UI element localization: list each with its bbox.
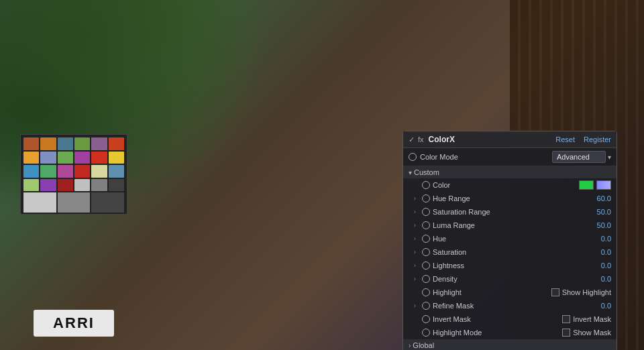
sat-range-expand[interactable]: › (414, 209, 419, 215)
invert-mask-container: Invert Mask (562, 315, 611, 323)
show-mask-container: Show Mask (562, 329, 611, 337)
sat-expand[interactable]: › (414, 249, 419, 255)
luma-range-label: Luma Range (433, 221, 475, 229)
global-section-header[interactable]: › Global (403, 339, 616, 350)
hue-expand[interactable]: › (414, 235, 419, 242)
density-name: Density (422, 275, 588, 283)
highlight-name: Highlight (422, 288, 551, 296)
highlight-mode-label: Highlight Mode (433, 329, 482, 337)
luma-range-name: Luma Range (422, 221, 588, 229)
reset-button[interactable]: Reset (555, 135, 575, 143)
lightness-value[interactable]: 0.0 (588, 261, 611, 270)
refine-mask-icon (422, 302, 430, 310)
color-label: Color (433, 181, 450, 189)
param-row-saturation: › Saturation 0.0 (403, 245, 616, 259)
show-highlight-checkbox[interactable] (551, 288, 559, 296)
register-button[interactable]: Register (584, 135, 611, 143)
lightness-name: Lightness (422, 261, 588, 270)
show-highlight-label: Show Highlight (562, 288, 611, 296)
density-icon (422, 275, 430, 283)
arri-logo-text: ARRI (53, 314, 95, 332)
luma-range-expand[interactable]: › (414, 222, 419, 229)
hue-range-icon (422, 194, 430, 202)
hue-range-label: Hue Range (433, 194, 470, 202)
refine-mask-label: Refine Mask (433, 302, 474, 310)
custom-section-label: Custom (414, 168, 439, 176)
invert-mask-checkbox[interactable] (562, 315, 570, 323)
param-row-highlight-mode: Highlight Mode Show Mask (403, 326, 616, 339)
sat-value[interactable]: 0.0 (588, 248, 611, 256)
param-row-invert-mask: Invert Mask Invert Mask (403, 312, 616, 326)
color-swatch-blue[interactable] (596, 180, 611, 190)
dropdown-arrow-icon: ▾ (608, 154, 611, 161)
param-row-luma-range: › Luma Range 50.0 (403, 219, 616, 232)
custom-chevron-icon: ▾ (409, 169, 412, 176)
lightness-label: Lightness (433, 261, 464, 270)
global-chevron-icon: › (409, 342, 411, 349)
color-param-icon (422, 181, 430, 189)
density-label: Density (433, 275, 458, 283)
invert-mask-name: Invert Mask (422, 315, 562, 323)
invert-mask-icon (422, 315, 430, 323)
show-highlight-container: Show Highlight (551, 288, 611, 296)
color-mode-row: Color Mode Advanced ▾ (403, 148, 616, 166)
fx-label: fx (418, 135, 424, 143)
color-mode-label: Color Mode (409, 153, 552, 161)
sat-range-icon (422, 208, 430, 216)
luma-range-value[interactable]: 50.0 (588, 221, 611, 229)
param-row-density: › Density 0.0 (403, 272, 616, 286)
color-param-name: Color (422, 181, 579, 189)
sat-range-value[interactable]: 50.0 (588, 208, 611, 216)
param-row-highlight: Highlight Show Highlight (403, 286, 616, 299)
refine-mask-name: Refine Mask (422, 302, 588, 310)
highlight-label: Highlight (433, 288, 462, 296)
param-row-refine-mask: › Refine Mask 0.0 (403, 299, 616, 312)
hue-value[interactable]: 0.0 (588, 235, 611, 243)
highlight-mode-name: Highlight Mode (422, 329, 562, 337)
panel-header: ✓ fx ColorX Reset Register (403, 131, 616, 148)
color-mode-value[interactable]: Advanced (552, 151, 606, 163)
lightness-expand[interactable]: › (414, 262, 419, 269)
global-section-label: Global (413, 341, 434, 349)
check-icon[interactable]: ✓ (409, 135, 415, 144)
sat-range-name: Saturation Range (422, 208, 588, 216)
color-mode-dropdown[interactable]: Advanced ▾ (552, 151, 611, 163)
sat-range-label: Saturation Range (433, 208, 490, 216)
color-swatch-grid (23, 137, 124, 191)
param-row-saturation-range: › Saturation Range 50.0 (403, 205, 616, 219)
hue-range-value[interactable]: 60.0 (588, 194, 611, 202)
param-row-hue: › Hue 0.0 (403, 232, 616, 245)
custom-section-header[interactable]: ▾ Custom (403, 166, 616, 178)
color-chart (20, 134, 127, 215)
show-mask-checkbox[interactable] (562, 329, 570, 337)
refine-mask-value[interactable]: 0.0 (588, 302, 611, 310)
param-row-hue-range: › Hue Range 60.0 (403, 192, 616, 205)
highlight-mode-icon (422, 329, 430, 337)
hue-range-expand[interactable]: › (414, 195, 419, 202)
invert-mask-text: Invert Mask (573, 315, 611, 323)
luma-range-icon (422, 221, 430, 229)
fx-panel: ✓ fx ColorX Reset Register Color Mode Ad… (402, 131, 617, 350)
main-container: ARRI ✓ fx ColorX Reset Register Color Mo… (0, 0, 644, 350)
color-mode-icon (409, 153, 417, 161)
panel-title: ColorX (429, 135, 547, 144)
param-row-color: Color (403, 178, 616, 192)
density-expand[interactable]: › (414, 276, 419, 282)
sat-icon (422, 248, 430, 256)
color-mode-text: Color Mode (420, 153, 458, 161)
sat-label: Saturation (433, 248, 466, 256)
hue-name: Hue (422, 235, 588, 243)
color-swatch-green[interactable] (579, 180, 594, 190)
sat-name: Saturation (422, 248, 588, 256)
hue-label: Hue (433, 235, 446, 243)
lightness-icon (422, 261, 430, 270)
hue-icon (422, 235, 430, 243)
param-row-lightness: › Lightness 0.0 (403, 259, 616, 272)
arri-logo: ARRI (34, 310, 114, 337)
refine-mask-expand[interactable]: › (414, 302, 419, 309)
hue-range-name: Hue Range (422, 194, 588, 202)
density-value[interactable]: 0.0 (588, 275, 611, 283)
invert-mask-label: Invert Mask (433, 315, 471, 323)
highlight-icon (422, 288, 430, 296)
show-mask-label: Show Mask (573, 329, 611, 337)
